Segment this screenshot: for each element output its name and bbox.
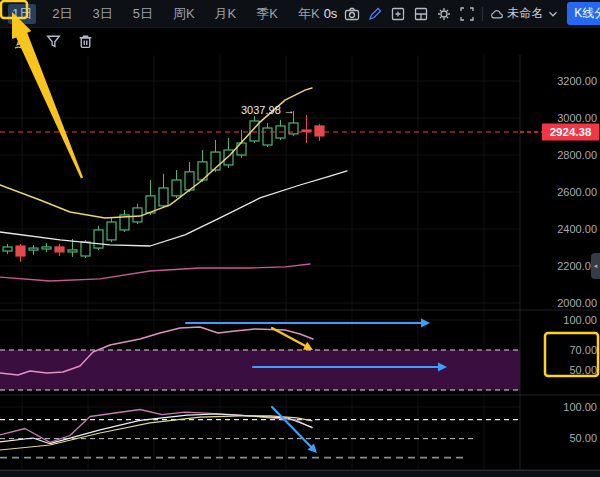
rsi	[0, 327, 313, 375]
panel-separators	[0, 55, 600, 470]
svg-text:100.00: 100.00	[563, 401, 597, 413]
time-axis[interactable]	[0, 470, 600, 477]
tab-1d[interactable]: 1日	[8, 4, 36, 24]
kdj-k	[0, 414, 312, 444]
chevron-down-icon	[546, 7, 560, 21]
svg-text:2600.00: 2600.00	[557, 186, 597, 198]
current-price-line: 2924.38	[0, 123, 599, 140]
tab-year[interactable]: 年K	[294, 4, 324, 24]
tab-quarter[interactable]: 季K	[252, 4, 282, 24]
high-price-label: 3037.98 →	[241, 104, 295, 116]
svg-text:3200.00: 3200.00	[557, 75, 597, 87]
camera-icon[interactable]	[344, 6, 360, 22]
svg-text:2400.00: 2400.00	[557, 223, 597, 235]
filter-icon[interactable]	[45, 33, 62, 50]
timeframe-tabs: 1日 2日 3日 5日 周K 月K 季K 年K	[8, 4, 324, 24]
kdj-j	[0, 416, 312, 450]
moving-averages	[0, 88, 347, 281]
rsi-line	[0, 327, 313, 375]
svg-text:3000.00: 3000.00	[557, 112, 597, 124]
rsi-band	[0, 350, 520, 390]
svg-text:2800.00: 2800.00	[557, 149, 597, 161]
svg-text:70.00: 70.00	[569, 344, 597, 356]
document-selector[interactable]: 未命名	[490, 5, 560, 22]
tab-2d[interactable]: 2日	[48, 4, 76, 24]
tab-month[interactable]: 月K	[211, 4, 241, 24]
svg-text:50.00: 50.00	[569, 432, 597, 444]
svg-text:100.00: 100.00	[563, 314, 597, 326]
top-toolbar: 1日 2日 3日 5日 周K 月K 季K 年K 0s	[0, 0, 600, 28]
kdj-lines	[0, 410, 312, 451]
tab-5d[interactable]: 5日	[129, 4, 157, 24]
tab-week[interactable]: 周K	[169, 4, 199, 24]
svg-text:2000.00: 2000.00	[557, 297, 597, 309]
countdown-timer: 0s	[324, 6, 338, 21]
svg-text:2924.38: 2924.38	[550, 126, 592, 138]
ma-yellow	[0, 88, 312, 218]
kdj-guides	[0, 420, 520, 458]
toolbar-controls: 0s 未命名	[324, 2, 600, 25]
gear-icon[interactable]	[436, 6, 452, 22]
axis-collapse-handle[interactable]: ◂	[591, 253, 600, 279]
annotations	[1, 1, 598, 453]
kdj-d	[0, 410, 312, 443]
add-frame-icon[interactable]	[390, 6, 406, 22]
ma-pink	[0, 264, 310, 281]
current-price-tag	[542, 123, 599, 140]
fullscreen-icon[interactable]	[459, 6, 475, 22]
ma-white	[0, 171, 347, 246]
kline-chart-app: 1日 2日 3日 5日 周K 月K 季K 年K 0s	[0, 0, 600, 477]
trash-icon[interactable]	[77, 33, 94, 50]
grid	[0, 55, 520, 470]
cloud-icon	[490, 7, 504, 21]
document-name: 未命名	[507, 5, 543, 22]
svg-text:50.00: 50.00	[569, 364, 597, 376]
highlight-levels-70-50	[545, 333, 598, 376]
tab-3d[interactable]: 3日	[88, 4, 116, 24]
drawing-toolbar	[0, 28, 94, 54]
layout-icon[interactable]	[413, 6, 429, 22]
pencil-icon[interactable]	[367, 6, 383, 22]
candles	[3, 111, 324, 262]
toolbar-divider	[482, 7, 483, 21]
kline-analysis-button[interactable]: K线分析	[567, 2, 600, 25]
brush-icon[interactable]	[13, 33, 30, 50]
chart-canvas[interactable]: 2924.383200.003000.002800.002600.002400.…	[0, 0, 600, 477]
